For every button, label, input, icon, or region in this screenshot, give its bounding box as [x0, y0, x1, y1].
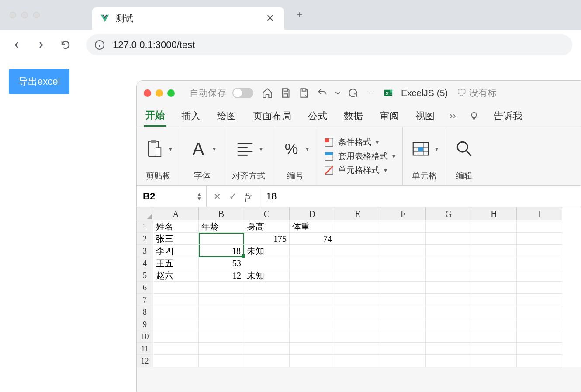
cell[interactable] — [335, 355, 380, 367]
site-info-icon[interactable] — [94, 40, 105, 50]
cell[interactable] — [153, 282, 199, 294]
cell[interactable] — [290, 245, 335, 257]
cell[interactable] — [471, 318, 517, 330]
chevron-down-icon[interactable]: ▾ — [306, 145, 309, 152]
column-header[interactable]: C — [244, 207, 290, 220]
cell[interactable] — [290, 257, 335, 269]
save-as-icon[interactable] — [298, 87, 310, 99]
cell[interactable] — [426, 355, 471, 367]
column-header[interactable]: E — [335, 207, 380, 220]
column-header[interactable]: I — [517, 207, 562, 220]
cell[interactable] — [199, 355, 244, 367]
cell[interactable] — [517, 245, 562, 257]
browser-tab[interactable]: 测试 ✕ — [92, 7, 284, 30]
cell[interactable] — [244, 257, 290, 269]
percent-icon[interactable]: % — [281, 139, 301, 159]
cell[interactable] — [244, 330, 290, 343]
cell[interactable] — [471, 220, 517, 233]
cell[interactable] — [380, 233, 426, 245]
cell[interactable] — [290, 343, 335, 355]
font-icon[interactable]: A — [188, 139, 208, 159]
new-tab-button[interactable]: + — [297, 9, 303, 21]
export-excel-button[interactable]: 导出excel — [9, 69, 69, 94]
row-header[interactable]: 7 — [137, 294, 153, 306]
cell[interactable] — [380, 269, 426, 282]
ribbon-tab-home[interactable]: 开始 — [144, 105, 166, 127]
column-header[interactable]: A — [153, 207, 199, 220]
cell[interactable] — [426, 233, 471, 245]
cell[interactable] — [380, 257, 426, 269]
cell[interactable] — [290, 294, 335, 306]
home-icon[interactable] — [261, 87, 273, 99]
cell[interactable]: 74 — [290, 233, 335, 245]
row-header[interactable]: 12 — [137, 355, 153, 367]
cell-styles-button[interactable]: 单元格样式 ▾ — [324, 165, 387, 176]
cell[interactable] — [471, 330, 517, 343]
cell[interactable] — [199, 330, 244, 343]
cell[interactable]: 未知 — [244, 245, 290, 257]
ribbon-tab-insert[interactable]: 插入 — [180, 106, 202, 126]
cell[interactable] — [517, 257, 562, 269]
cell[interactable] — [471, 282, 517, 294]
cell[interactable] — [290, 282, 335, 294]
undo-chevron-icon[interactable] — [335, 87, 341, 99]
cell[interactable] — [335, 318, 380, 330]
row-header[interactable]: 9 — [137, 318, 153, 330]
cell[interactable]: 赵六 — [153, 269, 199, 282]
ribbon-more-icon[interactable]: ›› — [450, 110, 456, 122]
cell[interactable] — [244, 282, 290, 294]
cell[interactable] — [426, 294, 471, 306]
ribbon-tab-formulas[interactable]: 公式 — [306, 106, 329, 126]
chevron-down-icon[interactable]: ▾ — [392, 153, 395, 160]
name-box-stepper-icon[interactable]: ▲▼ — [197, 192, 202, 201]
cell[interactable] — [380, 220, 426, 233]
cancel-formula-icon[interactable]: ✕ — [214, 191, 221, 202]
formula-input[interactable]: 18 — [259, 191, 581, 202]
cell[interactable] — [471, 355, 517, 367]
cell[interactable] — [471, 294, 517, 306]
cell[interactable] — [471, 269, 517, 282]
cell[interactable] — [335, 330, 380, 343]
cell[interactable] — [517, 330, 562, 343]
cell[interactable] — [244, 306, 290, 318]
cell[interactable] — [380, 282, 426, 294]
cell[interactable] — [290, 355, 335, 367]
chevron-down-icon[interactable]: ▾ — [213, 145, 216, 152]
forward-button[interactable] — [33, 37, 49, 53]
search-icon[interactable] — [454, 139, 474, 159]
column-header[interactable]: D — [290, 207, 335, 220]
cell[interactable] — [517, 233, 562, 245]
cell[interactable] — [517, 294, 562, 306]
autosave-toggle[interactable] — [232, 88, 253, 98]
clipboard-icon[interactable] — [145, 139, 165, 159]
cell[interactable] — [153, 306, 199, 318]
cell[interactable]: 身高 — [244, 220, 290, 233]
fx-icon[interactable]: fx — [245, 191, 252, 202]
cell[interactable] — [426, 245, 471, 257]
cell[interactable] — [380, 343, 426, 355]
column-header[interactable]: F — [380, 207, 426, 220]
chevron-down-icon[interactable]: ▾ — [435, 145, 438, 152]
cell[interactable] — [199, 318, 244, 330]
cell[interactable] — [471, 306, 517, 318]
cell[interactable] — [426, 318, 471, 330]
cell[interactable] — [199, 233, 244, 245]
cell[interactable] — [380, 245, 426, 257]
maximize-window-icon[interactable] — [33, 12, 40, 18]
cell[interactable] — [426, 220, 471, 233]
row-header[interactable]: 10 — [137, 330, 153, 343]
cell[interactable] — [244, 294, 290, 306]
fill-handle[interactable] — [242, 254, 245, 258]
cell[interactable] — [471, 343, 517, 355]
back-button[interactable] — [9, 37, 24, 53]
cell[interactable]: 18 — [199, 245, 244, 257]
cell[interactable] — [335, 294, 380, 306]
cell[interactable] — [517, 282, 562, 294]
column-header[interactable]: B — [199, 207, 244, 220]
cell[interactable] — [335, 245, 380, 257]
cell[interactable] — [426, 257, 471, 269]
column-header[interactable]: G — [426, 207, 471, 220]
cell[interactable] — [517, 355, 562, 367]
row-header[interactable]: 6 — [137, 282, 153, 294]
cell[interactable] — [426, 282, 471, 294]
